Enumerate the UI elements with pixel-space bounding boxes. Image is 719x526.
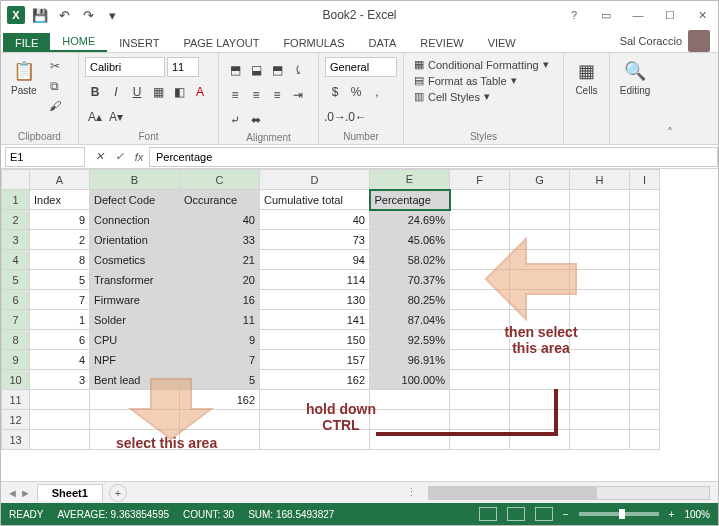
font-size-input[interactable]	[167, 57, 199, 77]
font-color-button[interactable]: A	[190, 82, 210, 102]
cell-A4[interactable]: 8	[30, 250, 90, 270]
cell-I4[interactable]	[630, 250, 660, 270]
number-format-input[interactable]	[325, 57, 397, 77]
tab-file[interactable]: FILE	[3, 33, 50, 52]
col-header-E[interactable]: E	[370, 170, 450, 190]
row-header-7[interactable]: 7	[2, 310, 30, 330]
cell-H1[interactable]	[570, 190, 630, 210]
row-header-10[interactable]: 10	[2, 370, 30, 390]
cell-D4[interactable]: 94	[260, 250, 370, 270]
row-header-6[interactable]: 6	[2, 290, 30, 310]
collapse-ribbon-icon[interactable]: ˄	[660, 53, 680, 144]
col-header-B[interactable]: B	[90, 170, 180, 190]
minimize-icon[interactable]: —	[626, 5, 650, 25]
bold-button[interactable]: B	[85, 82, 105, 102]
cell-A5[interactable]: 5	[30, 270, 90, 290]
cell-F2[interactable]	[450, 210, 510, 230]
cell-I9[interactable]	[630, 350, 660, 370]
increase-font-icon[interactable]: A▴	[85, 107, 105, 127]
redo-icon[interactable]: ↷	[77, 4, 99, 26]
cell-F4[interactable]	[450, 250, 510, 270]
align-middle-icon[interactable]: ⬓	[246, 60, 266, 80]
close-icon[interactable]: ✕	[690, 5, 714, 25]
cell-C13[interactable]	[180, 430, 260, 450]
cell-B5[interactable]: Transformer	[90, 270, 180, 290]
cell-E10[interactable]: 100.00%	[370, 370, 450, 390]
cell-A8[interactable]: 6	[30, 330, 90, 350]
cell-E2[interactable]: 24.69%	[370, 210, 450, 230]
cell-D8[interactable]: 150	[260, 330, 370, 350]
col-header-F[interactable]: F	[450, 170, 510, 190]
cell-H6[interactable]	[570, 290, 630, 310]
tab-review[interactable]: REVIEW	[408, 33, 475, 52]
cell-G7[interactable]	[510, 310, 570, 330]
normal-view-icon[interactable]	[479, 507, 497, 521]
cell-B1[interactable]: Defect Code	[90, 190, 180, 210]
cell-H10[interactable]	[570, 370, 630, 390]
tab-page-layout[interactable]: PAGE LAYOUT	[171, 33, 271, 52]
tab-home[interactable]: HOME	[50, 31, 107, 52]
name-box[interactable]	[5, 147, 85, 167]
row-header-12[interactable]: 12	[2, 410, 30, 430]
tab-formulas[interactable]: FORMULAS	[271, 33, 356, 52]
cell-C5[interactable]: 20	[180, 270, 260, 290]
cell-F1[interactable]	[450, 190, 510, 210]
cell-H5[interactable]	[570, 270, 630, 290]
cell-E12[interactable]	[370, 410, 450, 430]
cell-C3[interactable]: 33	[180, 230, 260, 250]
save-icon[interactable]: 💾	[29, 4, 51, 26]
format-painter-icon[interactable]: 🖌	[45, 97, 65, 115]
border-button[interactable]: ▦	[148, 82, 168, 102]
cell-D12[interactable]	[260, 410, 370, 430]
excel-app-icon[interactable]: X	[5, 4, 27, 26]
cell-E6[interactable]: 80.25%	[370, 290, 450, 310]
cell-C4[interactable]: 21	[180, 250, 260, 270]
cell-styles-button[interactable]: ▥Cell Styles ▾	[410, 89, 557, 104]
cell-I8[interactable]	[630, 330, 660, 350]
paste-button[interactable]: 📋 Paste	[7, 57, 41, 98]
cell-H7[interactable]	[570, 310, 630, 330]
help-icon[interactable]: ?	[562, 5, 586, 25]
tab-data[interactable]: DATA	[357, 33, 409, 52]
cell-A2[interactable]: 9	[30, 210, 90, 230]
row-header-13[interactable]: 13	[2, 430, 30, 450]
cell-E13[interactable]	[370, 430, 450, 450]
sheet-nav-next-icon[interactable]: ►	[20, 487, 31, 499]
cell-G11[interactable]	[510, 390, 570, 410]
increase-decimal-icon[interactable]: .0→	[325, 107, 345, 127]
align-bottom-icon[interactable]: ⬒	[267, 60, 287, 80]
comma-icon[interactable]: ,	[367, 82, 387, 102]
cell-E11[interactable]	[370, 390, 450, 410]
cell-I7[interactable]	[630, 310, 660, 330]
undo-icon[interactable]: ↶	[53, 4, 75, 26]
tab-split-icon[interactable]: ⋮	[406, 486, 420, 499]
cell-H3[interactable]	[570, 230, 630, 250]
fill-color-button[interactable]: ◧	[169, 82, 189, 102]
cell-G12[interactable]	[510, 410, 570, 430]
cell-I5[interactable]	[630, 270, 660, 290]
row-header-3[interactable]: 3	[2, 230, 30, 250]
cell-D7[interactable]: 141	[260, 310, 370, 330]
cut-icon[interactable]: ✂	[45, 57, 65, 75]
copy-icon[interactable]: ⧉	[45, 77, 65, 95]
cell-A11[interactable]	[30, 390, 90, 410]
horizontal-scrollbar[interactable]	[428, 486, 710, 500]
font-name-input[interactable]	[85, 57, 165, 77]
cell-F3[interactable]	[450, 230, 510, 250]
conditional-formatting-button[interactable]: ▦Conditional Formatting ▾	[410, 57, 557, 72]
select-all-corner[interactable]	[2, 170, 30, 190]
cell-F8[interactable]	[450, 330, 510, 350]
cell-C1[interactable]: Occurance	[180, 190, 260, 210]
cell-D13[interactable]	[260, 430, 370, 450]
col-header-I[interactable]: I	[630, 170, 660, 190]
indent-icon[interactable]: ⇥	[288, 85, 308, 105]
cell-G2[interactable]	[510, 210, 570, 230]
formula-input[interactable]	[149, 147, 718, 167]
cell-H4[interactable]	[570, 250, 630, 270]
cell-A6[interactable]: 7	[30, 290, 90, 310]
cell-D5[interactable]: 114	[260, 270, 370, 290]
cell-B12[interactable]	[90, 410, 180, 430]
add-sheet-button[interactable]: +	[109, 484, 127, 502]
cell-H12[interactable]	[570, 410, 630, 430]
fx-icon[interactable]: fx	[129, 151, 149, 163]
